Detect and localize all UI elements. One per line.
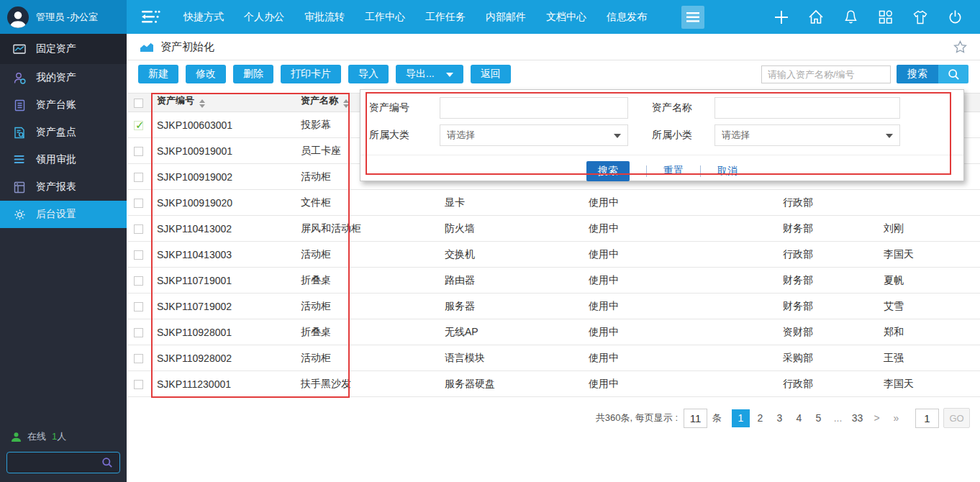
- page-button-4[interactable]: 4: [790, 409, 808, 427]
- sidebar-item-label: 固定资产: [36, 42, 76, 55]
- table-row[interactable]: SJKP110413003 活动柜 交换机 使用中 行政部 李国天: [128, 242, 980, 268]
- user-name: 管理员 -办公室: [36, 11, 98, 24]
- sidebar-item-asset-ledger[interactable]: 资产台账: [0, 91, 127, 119]
- row-checkbox[interactable]: [134, 224, 143, 234]
- menu-item-approval-flow[interactable]: 审批流转: [294, 0, 355, 34]
- sidebar-footer: 在线 1人: [0, 430, 127, 473]
- cell-asset-code: SJKP111230001: [151, 371, 295, 397]
- goto-page-input[interactable]: [915, 409, 939, 428]
- menu-item-shortcuts[interactable]: 快捷方式: [173, 0, 234, 34]
- menu-item-info-publish[interactable]: 信息发布: [596, 0, 657, 34]
- sidebar-item-backend-settings[interactable]: 后台设置: [0, 201, 127, 228]
- menu-item-work-tasks[interactable]: 工作任务: [415, 0, 476, 34]
- sort-icon[interactable]: [343, 96, 349, 111]
- home-icon[interactable]: [808, 9, 824, 24]
- table-row[interactable]: SJKP100919020 文件柜 显卡 使用中 行政部: [128, 190, 980, 216]
- sidebar-search-input[interactable]: [14, 458, 101, 468]
- row-checkbox[interactable]: [134, 380, 143, 389]
- quick-search-input[interactable]: [761, 65, 891, 83]
- table-row[interactable]: SJKP110928001 折叠桌 无线AP 使用中 资财部 郑和: [128, 319, 980, 345]
- cell-asset-code: SJKP110928001: [151, 319, 295, 345]
- print-card-button[interactable]: 打印卡片: [281, 65, 341, 83]
- page-button-1[interactable]: 1: [732, 409, 750, 427]
- cell-department: 行政部: [777, 242, 878, 268]
- nav-toggle-icon[interactable]: [141, 9, 160, 24]
- menu-more-button[interactable]: [681, 6, 704, 29]
- asset-name-input[interactable]: [714, 97, 900, 119]
- cell-device-name: 路由器: [439, 268, 583, 294]
- import-button[interactable]: 导入: [348, 65, 389, 83]
- sidebar-search-box[interactable]: [6, 452, 120, 473]
- sidebar-item-asset-reports[interactable]: 资产报表: [0, 173, 127, 201]
- search-magnifier-button[interactable]: [938, 65, 968, 83]
- table-row[interactable]: SJKP111230001 扶手黑沙发 服务器硬盘 使用中 行政部 李国天: [128, 371, 980, 397]
- select-all-checkbox[interactable]: [134, 99, 143, 108]
- row-checkbox[interactable]: [134, 354, 143, 363]
- cell-department: 行政部: [777, 190, 878, 216]
- next-page-button[interactable]: >: [868, 409, 886, 427]
- major-class-select[interactable]: 请选择: [440, 124, 628, 146]
- page-button-33[interactable]: 33: [848, 409, 866, 427]
- go-button[interactable]: GO: [943, 408, 970, 428]
- sidebar-item-label: 我的资产: [36, 71, 76, 84]
- row-checkbox[interactable]: [134, 302, 143, 312]
- approval-icon: [13, 155, 26, 165]
- divider: [700, 165, 701, 177]
- cell-asset-name: 文件柜: [295, 190, 439, 216]
- top-bar: 管理员 -办公室 快捷方式 个人办公 审批流转 工作中心 工作任务 内部邮件 文…: [0, 0, 980, 34]
- menu-item-work-center[interactable]: 工作中心: [355, 0, 415, 34]
- export-dropdown-button[interactable]: 导出...: [396, 65, 463, 83]
- favorite-star-icon[interactable]: [953, 40, 967, 53]
- cell-status: 使用中: [583, 216, 777, 242]
- menu-item-personal-office[interactable]: 个人办公: [234, 0, 294, 34]
- page-ellipsis: ...: [829, 409, 847, 427]
- page-button-3[interactable]: 3: [771, 409, 789, 427]
- edit-button[interactable]: 修改: [186, 65, 226, 83]
- sidebar-item-asset-inventory[interactable]: 资产盘点: [0, 119, 127, 146]
- row-checkbox[interactable]: [134, 328, 143, 337]
- menu-item-internal-mail[interactable]: 内部邮件: [476, 0, 536, 34]
- back-button[interactable]: 返回: [471, 65, 511, 83]
- menu-item-document-center[interactable]: 文档中心: [536, 0, 596, 34]
- page-button-2[interactable]: 2: [751, 409, 769, 427]
- sidebar-item-fixed-assets[interactable]: 固定资产: [0, 34, 127, 64]
- sidebar-item-my-assets[interactable]: 我的资产: [0, 64, 127, 91]
- row-checkbox[interactable]: [134, 173, 143, 182]
- row-checkbox[interactable]: [134, 199, 143, 208]
- table-row[interactable]: SJKP110719001 折叠桌 路由器 使用中 财务部 夏帆: [128, 268, 980, 294]
- row-checkbox[interactable]: [134, 276, 143, 286]
- cancel-button[interactable]: 取消: [717, 165, 738, 178]
- new-button[interactable]: 新建: [138, 65, 178, 83]
- delete-button[interactable]: 删除: [233, 65, 273, 83]
- minor-class-select[interactable]: 请选择: [714, 124, 900, 146]
- table-row[interactable]: SJKP110928002 活动柜 语言模块 使用中 采购部 王强: [128, 345, 980, 371]
- sidebar-item-requisition-approval[interactable]: 领用审批: [0, 146, 127, 173]
- last-page-button[interactable]: »: [887, 409, 905, 427]
- cell-user: 夏帆: [878, 268, 980, 294]
- popup-search-button[interactable]: 搜索: [586, 161, 630, 181]
- column-header-asset-code[interactable]: 资产编号: [151, 94, 295, 112]
- sort-icon[interactable]: [199, 96, 205, 111]
- bell-icon[interactable]: [843, 9, 858, 24]
- plus-icon[interactable]: [774, 10, 789, 24]
- row-checkbox[interactable]: [134, 121, 143, 130]
- search-button[interactable]: 搜索: [897, 65, 938, 83]
- asset-code-label: 资产编号: [369, 101, 440, 114]
- asset-code-input[interactable]: [440, 97, 628, 119]
- cell-asset-code: SJKP110719002: [151, 294, 295, 319]
- cell-device-name: 服务器硬盘: [439, 371, 583, 397]
- search-icon[interactable]: [101, 457, 113, 468]
- page-button-5[interactable]: 5: [809, 409, 827, 427]
- power-icon[interactable]: [948, 9, 963, 24]
- theme-icon[interactable]: [912, 10, 928, 24]
- reset-button[interactable]: 重置: [663, 165, 684, 178]
- main-menu: 快捷方式 个人办公 审批流转 工作中心 工作任务 内部邮件 文档中心 信息发布: [173, 0, 657, 34]
- apps-icon[interactable]: [878, 9, 893, 24]
- row-checkbox[interactable]: [134, 147, 143, 156]
- user-area[interactable]: 管理员 -办公室: [0, 0, 127, 34]
- row-checkbox[interactable]: [134, 250, 143, 260]
- page-size-input[interactable]: [684, 409, 707, 428]
- table-row[interactable]: SJKP110413002 屏风和活动柜 防火墙 使用中 财务部 刘刚: [128, 216, 980, 242]
- cell-asset-name: 活动柜: [295, 345, 439, 371]
- table-row[interactable]: SJKP110719002 活动柜 服务器 使用中 财务部 艾雪: [128, 294, 980, 319]
